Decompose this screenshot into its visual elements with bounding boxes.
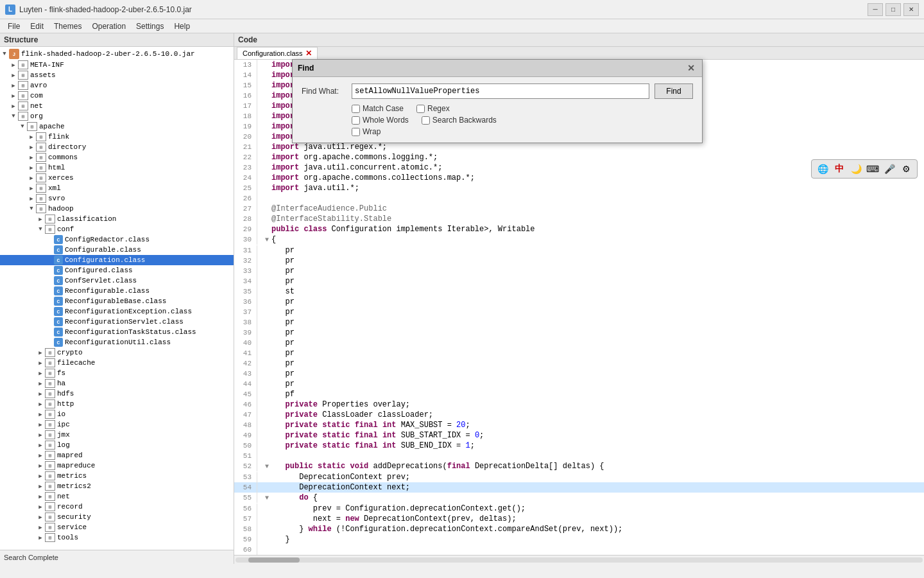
- tree-node-Configured[interactable]: CConfigured.class: [0, 265, 234, 276]
- line-number: 13: [234, 60, 257, 70]
- tree-node-ReconfigurationException[interactable]: CReconfigurationException.class: [0, 306, 234, 317]
- tab-close-icon[interactable]: ✕: [305, 49, 312, 58]
- toolbar-globe-icon[interactable]: 🌐: [816, 162, 830, 176]
- tree-node-Reconfigurable[interactable]: CReconfigurable.class: [0, 286, 234, 296]
- tree-node-ConfigRedactor[interactable]: CConfigRedactor.class: [0, 234, 234, 245]
- tree-node-html[interactable]: ▶⊞html: [0, 162, 234, 173]
- main-layout: Structure ▼Jflink-shaded-hadoop-2-uber-2…: [0, 33, 924, 564]
- tree-node-org[interactable]: ▼⊞org: [0, 111, 234, 121]
- tree-node-io[interactable]: ▶⊞io: [0, 409, 234, 419]
- tree-node-mapreduce[interactable]: ▶⊞mapreduce: [0, 460, 234, 471]
- whole-words-checkbox[interactable]: [352, 116, 360, 125]
- scroll-thumb[interactable]: [248, 557, 300, 563]
- code-text: private static final int SUB_START_IDX =…: [271, 430, 924, 441]
- whole-words-option[interactable]: Whole Words: [352, 116, 409, 125]
- tree-node-conf[interactable]: ▼⊞conf: [0, 224, 234, 234]
- tree-node-directory[interactable]: ▶⊞directory: [0, 142, 234, 152]
- tree-node-filecache[interactable]: ▶⊞filecache: [0, 358, 234, 368]
- minimize-button[interactable]: ─: [868, 3, 883, 16]
- tree-node-assets[interactable]: ▶⊞assets: [0, 70, 234, 80]
- tree-node-service[interactable]: ▶⊞service: [0, 522, 234, 532]
- tree-node-Configuration[interactable]: CConfiguration.class: [0, 255, 234, 265]
- fold-button[interactable]: ▼: [262, 462, 271, 472]
- toolbar-mic-icon[interactable]: 🎤: [882, 162, 896, 176]
- tree-node-crypto[interactable]: ▶⊞crypto: [0, 347, 234, 358]
- code-text: @InterfaceStability.Stable: [271, 214, 924, 224]
- regex-checkbox[interactable]: [416, 105, 425, 113]
- code-line-52: 52▼ public static void addDeprecations(f…: [234, 461, 924, 472]
- tree-node-log[interactable]: ▶⊞log: [0, 440, 234, 450]
- tree-node-jmx[interactable]: ▶⊞jmx: [0, 430, 234, 440]
- find-close-button[interactable]: ✕: [685, 62, 697, 74]
- tree-node-ReconfigurationServlet[interactable]: CReconfigurationServlet.class: [0, 317, 234, 327]
- wrap-checkbox[interactable]: [352, 128, 360, 136]
- close-button[interactable]: ✕: [903, 3, 919, 16]
- menu-help[interactable]: Help: [169, 21, 195, 32]
- tree-node-avro[interactable]: ▶⊞avro: [0, 80, 234, 91]
- regex-option[interactable]: Regex: [416, 104, 450, 113]
- scroll-track[interactable]: [235, 557, 923, 563]
- code-line-60: 60: [234, 545, 924, 555]
- toolbar-keyboard-icon[interactable]: ⌨: [866, 162, 880, 176]
- tree-node-record[interactable]: ▶⊞record: [0, 502, 234, 512]
- match-case-checkbox[interactable]: [352, 105, 360, 113]
- line-number: 17: [234, 101, 257, 111]
- search-backwards-option[interactable]: Search Backwards: [422, 116, 497, 125]
- tree-node-ipc[interactable]: ▶⊞ipc: [0, 419, 234, 430]
- tree-node-apache[interactable]: ▼⊞apache: [0, 121, 234, 132]
- tree-node-meta-inf[interactable]: ▶⊞META-INF: [0, 60, 234, 70]
- tree-node-fs[interactable]: ▶⊞fs: [0, 368, 234, 378]
- wrap-option[interactable]: Wrap: [352, 127, 381, 136]
- line-number: 42: [234, 358, 257, 369]
- code-text: private ClassLoader classLoader;: [271, 410, 924, 420]
- tree-node-svro[interactable]: ▶⊞svro: [0, 193, 234, 204]
- menu-file[interactable]: File: [3, 21, 25, 32]
- menu-settings[interactable]: Settings: [131, 21, 169, 32]
- menu-operation[interactable]: Operation: [87, 21, 131, 32]
- toolbar-settings-icon[interactable]: ⚙: [899, 162, 913, 176]
- maximize-button[interactable]: □: [886, 3, 901, 16]
- tree-node-hadoop[interactable]: ▼⊞hadoop: [0, 204, 234, 214]
- tree-node-mapred[interactable]: ▶⊞mapred: [0, 450, 234, 460]
- tree-node-tools[interactable]: ▶⊞tools: [0, 532, 234, 543]
- tree-node-xml[interactable]: ▶⊞xml: [0, 183, 234, 193]
- menu-themes[interactable]: Themes: [49, 21, 87, 32]
- tree-container[interactable]: ▼Jflink-shaded-hadoop-2-uber-2.6.5-10.0.…: [0, 47, 234, 550]
- fold-button[interactable]: ▼: [262, 235, 271, 245]
- code-line-51: 51: [234, 451, 924, 461]
- code-line-48: 48 private static final int MAX_SUBST = …: [234, 420, 924, 430]
- find-input[interactable]: [352, 83, 649, 99]
- menu-edit[interactable]: Edit: [25, 21, 49, 32]
- line-number: 33: [234, 266, 257, 276]
- tree-node-ReconfigurableBase[interactable]: CReconfigurableBase.class: [0, 296, 234, 306]
- tree-node-com[interactable]: ▶⊞com: [0, 91, 234, 101]
- toolbar-moon-icon[interactable]: 🌙: [849, 162, 863, 176]
- tree-node-root[interactable]: ▼Jflink-shaded-hadoop-2-uber-2.6.5-10.0.…: [0, 48, 234, 60]
- tree-node-security[interactable]: ▶⊞security: [0, 512, 234, 522]
- horizontal-scrollbar[interactable]: [234, 555, 924, 564]
- tree-node-http[interactable]: ▶⊞http: [0, 399, 234, 409]
- tab-configuration[interactable]: Configuration.class ✕: [237, 47, 318, 59]
- tree-node-classification[interactable]: ▶⊞classification: [0, 214, 234, 224]
- tree-node-Configurable[interactable]: CConfigurable.class: [0, 245, 234, 255]
- tree-node-ReconfigurationUtil[interactable]: CReconfigurationUtil.class: [0, 337, 234, 347]
- match-case-option[interactable]: Match Case: [352, 104, 404, 113]
- tree-node-ConfServlet[interactable]: CConfServlet.class: [0, 276, 234, 286]
- tree-node-flink[interactable]: ▶⊞flink: [0, 132, 234, 142]
- tree-node-net2[interactable]: ▶⊞net: [0, 491, 234, 502]
- line-number: 56: [234, 504, 257, 514]
- tree-node-metrics2[interactable]: ▶⊞metrics2: [0, 481, 234, 491]
- line-number: 50: [234, 441, 257, 451]
- tree-node-ha[interactable]: ▶⊞ha: [0, 378, 234, 389]
- search-backwards-checkbox[interactable]: [422, 116, 430, 125]
- tree-node-commons[interactable]: ▶⊞commons: [0, 152, 234, 162]
- fold-button[interactable]: ▼: [262, 493, 271, 504]
- toolbar-chinese-icon[interactable]: 中: [832, 162, 846, 176]
- tree-node-net[interactable]: ▶⊞net: [0, 101, 234, 111]
- find-button[interactable]: Find: [654, 83, 693, 99]
- line-number: 43: [234, 369, 257, 379]
- tree-node-metrics[interactable]: ▶⊞metrics: [0, 471, 234, 481]
- tree-node-hdfs[interactable]: ▶⊞hdfs: [0, 389, 234, 399]
- tree-node-ReconfigurationTaskStatus[interactable]: CReconfigurationTaskStatus.class: [0, 327, 234, 337]
- tree-node-xerces[interactable]: ▶⊞xerces: [0, 173, 234, 183]
